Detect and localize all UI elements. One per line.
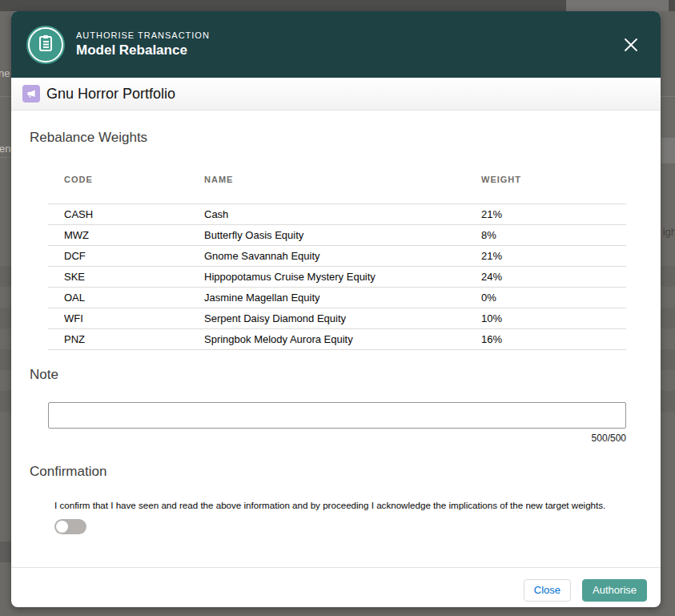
- cell-name: Springbok Melody Aurora Equity: [204, 329, 481, 350]
- backdrop-top-right-chip: [566, 0, 669, 11]
- table-row: SKEHippopotamus Cruise Mystery Equity24%: [48, 267, 626, 288]
- cell-name: Butterfly Oasis Equity: [204, 225, 481, 246]
- modal-content: Rebalance Weights CODE NAME WEIGHT CASHC…: [11, 111, 661, 567]
- confirmation-toggle[interactable]: [54, 519, 86, 534]
- toggle-knob: [56, 521, 68, 533]
- cell-name: Jasmine Magellan Equity: [204, 288, 481, 308]
- rebalance-weights-heading: Rebalance Weights: [30, 130, 637, 146]
- avatar-ring: [28, 27, 63, 62]
- cell-code: SKE: [48, 267, 204, 288]
- col-name: NAME: [204, 155, 481, 204]
- cell-code: PNZ: [48, 329, 204, 350]
- cell-code: CASH: [48, 204, 204, 225]
- cell-name: Cash: [204, 204, 481, 225]
- portfolio-icon: [22, 85, 40, 103]
- modal-footer: Close Authorise: [11, 567, 661, 607]
- note-input[interactable]: [48, 402, 626, 429]
- confirmation-heading: Confirmation: [30, 464, 637, 480]
- table-row: DCFGnome Savannah Equity21%: [48, 246, 626, 267]
- record-bar: Gnu Horror Portfolio: [11, 78, 661, 111]
- modal-header: AUTHORISE TRANSACTION Model Rebalance: [11, 11, 661, 78]
- table-row: OALJasmine Magellan Equity0%: [48, 288, 626, 308]
- cell-weight: 21%: [481, 204, 626, 225]
- cell-code: OAL: [48, 288, 204, 308]
- weights-header-row: CODE NAME WEIGHT: [48, 155, 626, 204]
- cell-name: Serpent Daisy Diamond Equity: [204, 308, 481, 329]
- weights-table: CODE NAME WEIGHT CASHCash21% MWZButterfl…: [48, 155, 626, 350]
- table-row: PNZSpringbok Melody Aurora Equity16%: [48, 329, 626, 350]
- table-row: WFISerpent Daisy Diamond Equity10%: [48, 308, 626, 329]
- note-heading: Note: [30, 367, 637, 383]
- col-weight: WEIGHT: [481, 155, 626, 204]
- close-button[interactable]: Close: [524, 579, 571, 602]
- backdrop-left-block: [0, 542, 11, 562]
- cell-weight: 8%: [481, 225, 626, 246]
- backdrop-text-fragment: ne: [0, 67, 10, 79]
- cell-weight: 21%: [481, 246, 626, 267]
- authorise-transaction-modal: AUTHORISE TRANSACTION Model Rebalance Gn…: [11, 11, 661, 607]
- modal-title: Model Rebalance: [76, 42, 210, 58]
- table-row: MWZButterfly Oasis Equity8%: [48, 225, 626, 246]
- table-row: CASHCash21%: [48, 204, 626, 225]
- portfolio-name: Gnu Horror Portfolio: [46, 86, 175, 103]
- cell-weight: 10%: [481, 308, 626, 329]
- cell-name: Gnome Savannah Equity: [204, 246, 481, 267]
- cell-name: Hippopotamus Cruise Mystery Equity: [204, 267, 481, 288]
- cell-code: MWZ: [48, 225, 204, 246]
- cell-code: WFI: [48, 308, 204, 329]
- cell-code: DCF: [48, 246, 204, 267]
- authorise-button[interactable]: Authorise: [582, 579, 647, 602]
- cell-weight: 24%: [481, 267, 626, 288]
- transaction-avatar: [26, 26, 65, 64]
- modal-eyebrow: AUTHORISE TRANSACTION: [76, 30, 210, 40]
- close-icon[interactable]: [621, 36, 641, 55]
- cell-weight: 0%: [481, 288, 626, 308]
- col-code: CODE: [48, 155, 204, 204]
- cell-weight: 16%: [481, 329, 626, 350]
- confirmation-statement: I confirm that I have seen and read the …: [54, 499, 637, 511]
- backdrop-text-fragment: en: [0, 143, 10, 155]
- note-char-counter: 500/500: [48, 433, 626, 445]
- backdrop-right-chip: [661, 138, 675, 163]
- clipboard-icon: [36, 34, 55, 56]
- backdrop-text-fragment: igh: [663, 226, 675, 238]
